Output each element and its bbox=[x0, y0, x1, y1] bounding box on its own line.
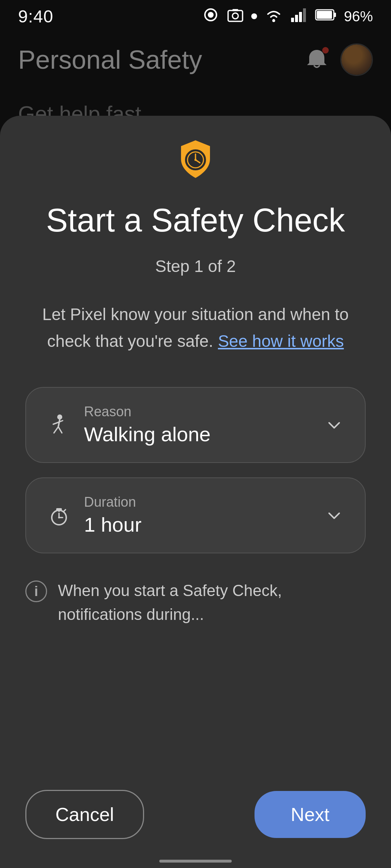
status-time: 9:40 bbox=[18, 7, 53, 26]
svg-rect-6 bbox=[291, 18, 294, 22]
duration-label: Duration bbox=[84, 494, 311, 510]
svg-rect-2 bbox=[228, 10, 243, 21]
reason-field-content: Reason Walking alone bbox=[84, 404, 311, 446]
status-bar: 9:40 bbox=[0, 0, 391, 33]
info-note-text: When you start a Safety Check, notificat… bbox=[58, 579, 366, 626]
wifi-icon bbox=[264, 6, 283, 27]
svg-point-30 bbox=[58, 517, 60, 519]
status-icons: 96% bbox=[202, 6, 373, 27]
svg-rect-4 bbox=[232, 9, 238, 11]
svg-rect-11 bbox=[334, 13, 336, 17]
modal-buttons: Cancel Next bbox=[0, 775, 391, 868]
svg-line-19 bbox=[58, 420, 60, 427]
next-button[interactable]: Next bbox=[255, 791, 366, 838]
info-i-text: i bbox=[34, 584, 38, 599]
svg-rect-7 bbox=[295, 15, 298, 22]
svg-line-22 bbox=[54, 427, 58, 433]
cancel-button[interactable]: Cancel bbox=[25, 790, 144, 839]
info-circle-icon: i bbox=[25, 580, 47, 602]
safety-check-modal: Start a Safety Check Step 1 of 2 Let Pix… bbox=[0, 116, 391, 868]
record-icon bbox=[202, 6, 219, 27]
signal-icon bbox=[290, 6, 308, 27]
svg-rect-12 bbox=[317, 11, 332, 19]
timer-icon bbox=[48, 505, 70, 526]
walking-icon bbox=[48, 414, 70, 436]
step-indicator: Step 1 of 2 bbox=[25, 256, 366, 276]
reason-label: Reason bbox=[84, 404, 311, 420]
see-how-link[interactable]: See how it works bbox=[218, 332, 344, 350]
home-indicator bbox=[159, 860, 232, 863]
reason-dropdown[interactable]: Reason Walking alone bbox=[25, 387, 366, 463]
duration-value: 1 hour bbox=[84, 513, 311, 536]
reason-chevron-icon bbox=[325, 416, 343, 434]
svg-line-27 bbox=[63, 510, 66, 512]
battery-percent: 96% bbox=[344, 8, 373, 25]
camera-icon bbox=[227, 6, 244, 27]
svg-rect-9 bbox=[303, 8, 306, 22]
svg-point-1 bbox=[208, 12, 214, 18]
svg-point-18 bbox=[57, 414, 62, 420]
battery-icon bbox=[315, 6, 337, 27]
svg-line-23 bbox=[58, 427, 62, 433]
info-note: i When you start a Safety Check, notific… bbox=[25, 568, 366, 637]
reason-value: Walking alone bbox=[84, 422, 311, 446]
duration-dropdown[interactable]: Duration 1 hour bbox=[25, 477, 366, 553]
svg-point-5 bbox=[272, 19, 275, 22]
duration-field-content: Duration 1 hour bbox=[84, 494, 311, 536]
svg-rect-8 bbox=[299, 12, 302, 22]
modal-title: Start a Safety Check bbox=[25, 203, 366, 238]
shield-clock-icon bbox=[174, 137, 217, 181]
svg-point-17 bbox=[194, 159, 197, 161]
modal-icon-container bbox=[25, 137, 366, 181]
modal-description: Let Pixel know your situation and when t… bbox=[25, 301, 366, 354]
duration-chevron-icon bbox=[325, 506, 343, 524]
dot-indicator bbox=[251, 13, 257, 19]
svg-point-3 bbox=[232, 13, 238, 19]
svg-rect-25 bbox=[56, 508, 62, 510]
